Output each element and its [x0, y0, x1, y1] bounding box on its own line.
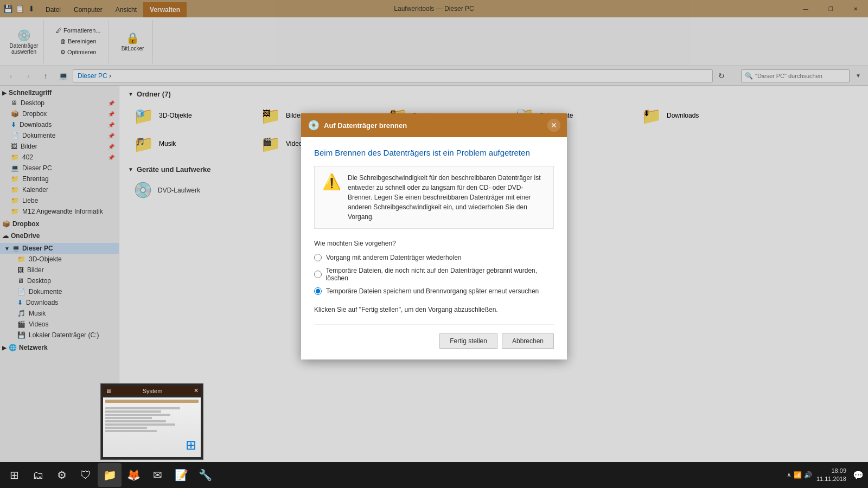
taskbar-thumbnail-preview: 🖥 System ✕ ⊞	[100, 383, 203, 460]
dialog-close-button[interactable]: ✕	[547, 119, 560, 132]
thumbnail-icon: 🖥	[105, 388, 111, 394]
radio-label-1: Vorgang mit anderem Datenträger wiederho…	[326, 254, 461, 261]
taskbar-explorer-button[interactable]: 📁	[98, 463, 122, 487]
thumbnail-content: ⊞	[103, 397, 201, 457]
taskbar-firefox-button[interactable]: 🦊	[122, 463, 145, 487]
radio-label-3: Temporäre Dateien speichern und Brennvor…	[326, 287, 539, 295]
taskbar-system-tray: ∧ 📶 🔊	[787, 471, 812, 479]
radio-input-1[interactable]	[314, 254, 322, 261]
dialog-question: Wie möchten Sie vorgehen?	[314, 240, 554, 247]
taskbar-word-button[interactable]: 📝	[169, 463, 193, 487]
notifications-button[interactable]: 💬	[851, 470, 866, 480]
fertig-stellen-button[interactable]: Fertig stellen	[439, 333, 497, 349]
taskbar: ⊞ 🗂 ⚙ 🛡 📁 🦊 ✉ 📝 🔧 🖥 System ✕	[0, 462, 868, 488]
thumbnail-close-icon[interactable]: ✕	[194, 387, 199, 394]
dialog-title-left: 💿 Auf Datenträger brennen	[308, 119, 407, 131]
warning-icon: ⚠️	[322, 173, 341, 191]
taskbar-clock[interactable]: 18:09 11.11.2018	[816, 467, 846, 484]
abbrechen-button[interactable]: Abbrechen	[502, 333, 554, 349]
taskbar-right: ∧ 📶 🔊 18:09 11.11.2018 💬	[787, 467, 866, 484]
dialog-radio-group: Vorgang mit anderem Datenträger wiederho…	[314, 254, 554, 295]
taskbar-shield-button[interactable]: 🛡	[74, 463, 98, 487]
network-icon[interactable]: 📶	[794, 471, 802, 479]
dialog-body: Beim Brennen des Datenträgers ist ein Pr…	[301, 137, 567, 359]
taskview-button[interactable]: 🗂	[26, 463, 50, 487]
clock-date: 11.11.2018	[816, 475, 846, 483]
dialog-info-text: Klicken Sie auf "Fertig stellen", um den…	[314, 306, 554, 313]
thumbnail-title: System	[143, 388, 163, 394]
windows-logo: ⊞	[186, 438, 196, 453]
dialog-warning-box: ⚠️ Die Schreibgeschwindigkeit für den be…	[314, 166, 554, 229]
radio-option-2[interactable]: Temporäre Dateien, die noch nicht auf de…	[314, 267, 554, 282]
burn-dialog: 💿 Auf Datenträger brennen ✕ Beim Brennen…	[301, 113, 567, 359]
dialog-warning-text: Die Schreibgeschwindigkeit für den besch…	[348, 173, 546, 222]
taskbar-mail-button[interactable]: ✉	[145, 463, 169, 487]
chevron-up-icon[interactable]: ∧	[787, 471, 792, 479]
radio-option-1[interactable]: Vorgang mit anderem Datenträger wiederho…	[314, 254, 554, 261]
volume-icon[interactable]: 🔊	[804, 471, 812, 479]
clock-time: 18:09	[816, 467, 846, 475]
radio-input-2[interactable]	[314, 271, 322, 278]
radio-option-3[interactable]: Temporäre Dateien speichern und Brennvor…	[314, 287, 554, 295]
radio-label-2: Temporäre Dateien, die noch nicht auf de…	[326, 267, 554, 282]
taskbar-settings-button[interactable]: ⚙	[50, 463, 74, 487]
radio-input-3[interactable]	[314, 287, 322, 295]
dialog-title-text: Auf Datenträger brennen	[324, 121, 407, 130]
dialog-footer: Fertig stellen Abbrechen	[314, 324, 554, 349]
thumbnail-header: 🖥 System ✕	[103, 386, 201, 395]
thumbnail-image: ⊞	[103, 397, 201, 457]
dialog-titlebar: 💿 Auf Datenträger brennen ✕	[301, 113, 567, 137]
dialog-title-icon: 💿	[308, 119, 320, 131]
dialog-headline: Beim Brennen des Datenträgers ist ein Pr…	[314, 148, 554, 157]
taskbar-app-button[interactable]: 🔧	[193, 463, 217, 487]
start-button[interactable]: ⊞	[2, 463, 26, 487]
